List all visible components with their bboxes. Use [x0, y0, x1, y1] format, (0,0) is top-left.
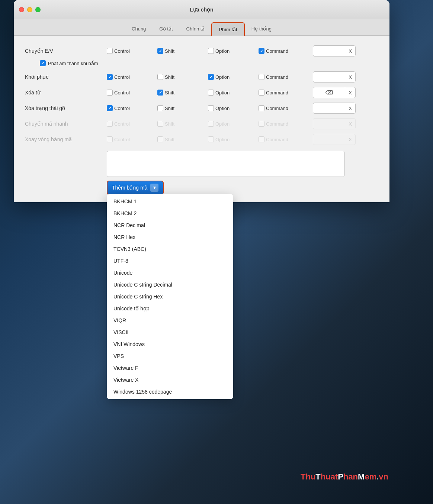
- cb-shift-xoay-vong: [157, 136, 163, 142]
- menu-item-vietware-f[interactable]: Vietware F: [107, 362, 233, 374]
- minimize-button[interactable]: [27, 7, 32, 12]
- label-control-khoi-phuc: Control: [114, 74, 130, 80]
- control-khoi-phuc: Control: [107, 74, 155, 80]
- tab-phim-tat[interactable]: Phím tắt: [211, 22, 244, 36]
- cb-control-xoa-tu[interactable]: [107, 90, 113, 96]
- label-command-xoa-trang-thai: Command: [266, 106, 288, 111]
- cb-option-khoi-phuc[interactable]: [208, 74, 214, 80]
- command-xoa-tu: Command: [259, 90, 307, 96]
- dialog-window: Lựa chọn Chung Gõ tắt Chính tả Phím tắt …: [14, 0, 389, 202]
- cb-control-chuyen-ev[interactable]: [107, 48, 113, 54]
- shift-chuyen-ev: Shift: [157, 48, 206, 54]
- cb-option-xoa-trang-thai[interactable]: [208, 105, 214, 111]
- label-option-xoay-vong: Option: [215, 137, 230, 142]
- cb-shift-xoa-tu[interactable]: [157, 90, 163, 96]
- key-value-xoa-trang-thai: [313, 103, 345, 113]
- row-xoay-vong: Xoay vòng bảng mã Control Shift Option C…: [25, 132, 378, 147]
- menu-item-unicode[interactable]: Unicode: [107, 267, 233, 279]
- shift-xoa-trang-thai: Shift: [157, 105, 206, 111]
- label-shift-xoay-vong: Shift: [165, 137, 174, 142]
- menu-item-viscii[interactable]: VISCII: [107, 326, 233, 338]
- menu-item-bkhcm2[interactable]: BKHCM 2: [107, 207, 233, 219]
- dropdown-arrow-icon: ▼: [150, 184, 158, 192]
- menu-item-unicode-cs-decimal[interactable]: Unicode C string Decimal: [107, 279, 233, 291]
- cb-option-chuyen-ev[interactable]: [208, 48, 214, 54]
- option-chuyen-ev: Option: [208, 48, 256, 54]
- key-input-xoay-vong: X: [313, 134, 356, 145]
- key-input-chuyen-ev[interactable]: X: [313, 45, 356, 56]
- menu-item-windows-1258[interactable]: Windows 1258 codepage: [107, 386, 233, 398]
- cb-command-khoi-phuc[interactable]: [259, 74, 264, 80]
- key-clear-chuyen-ev[interactable]: X: [345, 46, 355, 56]
- menu-item-vni-windows[interactable]: VNI Windows: [107, 338, 233, 350]
- option-xoay-vong: Option: [208, 136, 256, 142]
- close-button[interactable]: [19, 7, 24, 12]
- key-clear-khoi-phuc[interactable]: X: [345, 72, 355, 82]
- label-shift-chuyen-ev: Shift: [165, 48, 174, 54]
- cb-option-xoa-tu[interactable]: [208, 90, 214, 96]
- menu-item-tcvn3[interactable]: TCVN3 (ABC): [107, 243, 233, 255]
- label-shift-chuyen-ma-nhanh: Shift: [165, 121, 174, 127]
- menu-item-vps[interactable]: VPS: [107, 350, 233, 362]
- tab-go-tat[interactable]: Gõ tắt: [153, 22, 179, 35]
- tab-chung[interactable]: Chung: [125, 22, 153, 35]
- add-bangma-button[interactable]: Thêm bảng mã ▼: [107, 181, 164, 195]
- cb-control-xoay-vong: [107, 136, 113, 142]
- label-option-chuyen-ev: Option: [215, 48, 230, 54]
- key-value-khoi-phuc: [313, 72, 345, 82]
- key-clear-chuyen-ma-nhanh: X: [345, 119, 355, 129]
- menu-item-unicode-cs-hex[interactable]: Unicode C string Hex: [107, 291, 233, 303]
- label-control-xoay-vong: Control: [114, 137, 130, 142]
- label-shift-xoa-trang-thai: Shift: [165, 106, 174, 111]
- cb-shift-chuyen-ev[interactable]: [157, 48, 163, 54]
- cb-control-xoa-trang-thai[interactable]: [107, 105, 113, 111]
- row-xoa-tu: Xóa từ Control Shift Option Command: [25, 85, 378, 100]
- label-shift-khoi-phuc: Shift: [165, 74, 174, 80]
- text-input-box[interactable]: [107, 151, 345, 177]
- shift-xoa-tu: Shift: [157, 90, 206, 96]
- command-chuyen-ma-nhanh: Command: [259, 121, 307, 127]
- key-input-xoa-tu[interactable]: ⌫ X: [313, 87, 356, 98]
- label-command-khoi-phuc: Command: [266, 74, 288, 80]
- command-xoay-vong: Command: [259, 136, 307, 142]
- dropdown-menu: BKHCM 1 BKHCM 2 NCR Decimal NCR Hex TCVN…: [107, 194, 233, 399]
- shift-xoay-vong: Shift: [157, 136, 206, 142]
- label-shift-xoa-tu: Shift: [165, 90, 174, 96]
- cb-sound[interactable]: [40, 60, 46, 66]
- option-chuyen-ma-nhanh: Option: [208, 121, 256, 127]
- label-command-chuyen-ev: Command: [266, 48, 288, 54]
- key-value-xoay-vong: [313, 134, 345, 145]
- tab-chinh-ta[interactable]: Chính tả: [180, 22, 212, 35]
- label-control-chuyen-ma-nhanh: Control: [114, 121, 130, 127]
- cb-shift-xoa-trang-thai[interactable]: [157, 105, 163, 111]
- cb-control-khoi-phuc[interactable]: [107, 74, 113, 80]
- menu-item-ncr-decimal[interactable]: NCR Decimal: [107, 219, 233, 231]
- menu-item-viqr[interactable]: VIQR: [107, 314, 233, 326]
- window-title: Lựa chọn: [190, 7, 213, 13]
- cb-command-xoa-tu[interactable]: [259, 90, 264, 96]
- tab-he-thong[interactable]: Hệ thống: [245, 22, 278, 35]
- key-clear-xoa-tu[interactable]: X: [345, 87, 355, 98]
- label-khoi-phuc: Khôi phục: [25, 74, 107, 80]
- cb-option-chuyen-ma-nhanh: [208, 121, 214, 127]
- command-xoa-trang-thai: Command: [259, 105, 307, 111]
- window-controls: [19, 7, 41, 12]
- key-clear-xoa-trang-thai[interactable]: X: [345, 103, 355, 113]
- menu-item-bkhcm1[interactable]: BKHCM 1: [107, 196, 233, 207]
- row-khoi-phuc: Khôi phục Control Shift Option Command: [25, 69, 378, 85]
- menu-item-ncr-hex[interactable]: NCR Hex: [107, 231, 233, 243]
- cb-command-xoa-trang-thai[interactable]: [259, 105, 264, 111]
- key-value-chuyen-ma-nhanh: [313, 119, 345, 129]
- maximize-button[interactable]: [35, 7, 41, 12]
- key-input-xoa-trang-thai[interactable]: X: [313, 103, 356, 114]
- menu-item-unicode-tohop[interactable]: Unicode tổ hợp: [107, 303, 233, 314]
- menu-item-utf8[interactable]: UTF-8: [107, 255, 233, 267]
- cb-shift-khoi-phuc[interactable]: [157, 74, 163, 80]
- label-option-xoa-tu: Option: [215, 90, 230, 96]
- menu-item-vietware-x[interactable]: Vietware X: [107, 374, 233, 386]
- key-input-khoi-phuc[interactable]: X: [313, 71, 356, 83]
- checkboxes-chuyen-ma-nhanh: Control Shift Option Command X: [107, 118, 378, 129]
- label-option-khoi-phuc: Option: [215, 74, 230, 80]
- label-xoay-vong: Xoay vòng bảng mã: [25, 136, 107, 142]
- cb-command-chuyen-ev[interactable]: [259, 48, 264, 54]
